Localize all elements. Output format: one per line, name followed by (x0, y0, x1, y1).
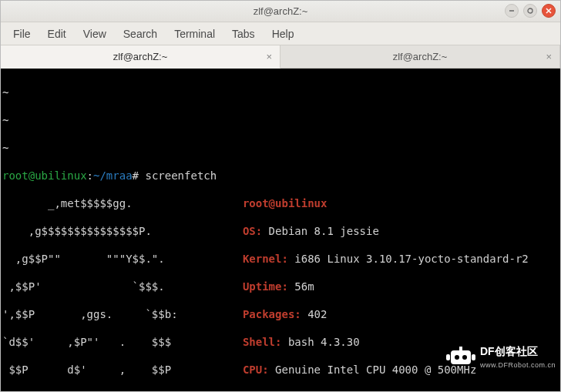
info-packages-value: 402 (307, 308, 327, 320)
svg-point-9 (462, 355, 467, 360)
info-uptime-value: 56m (294, 280, 314, 293)
svg-rect-7 (472, 354, 475, 360)
watermark-url: www.DFRobot.com.cn (480, 358, 556, 372)
maximize-button[interactable] (523, 4, 537, 18)
terminal-viewport[interactable]: ~ ~ ~ root@ubilinux:~/mraa# screenfetch … (1, 69, 560, 391)
svg-point-8 (455, 355, 459, 360)
terminal-window: zlf@archZ:~ File Edit View Search Termin… (0, 0, 561, 392)
menu-terminal[interactable]: Terminal (166, 25, 223, 43)
info-kernel-key: Kernel: (243, 253, 294, 265)
terminal-output: ~ (2, 86, 8, 99)
window-title: zlf@archZ:~ (254, 5, 308, 17)
close-icon (546, 8, 552, 14)
menu-search[interactable]: Search (116, 25, 165, 43)
watermark-text: DF创客社区 (480, 344, 556, 358)
menu-tabs[interactable]: Tabs (224, 25, 263, 43)
minimize-button[interactable] (505, 4, 519, 18)
window-controls (505, 4, 556, 18)
svg-point-1 (528, 8, 532, 13)
tab-1[interactable]: zlf@archZ:~ × (280, 45, 560, 68)
watermark-logo: DF创客社区 www.DFRobot.com.cn (446, 344, 556, 372)
tab-0[interactable]: zlf@archZ:~ × (1, 45, 280, 69)
info-cpu-key: CPU: (243, 364, 275, 376)
menu-view[interactable]: View (76, 25, 114, 43)
terminal-output: ~ (2, 142, 8, 154)
info-shell-value: bash 4.3.30 (288, 336, 360, 348)
menu-file[interactable]: File (5, 25, 39, 43)
menu-edit[interactable]: Edit (40, 25, 74, 43)
menu-help[interactable]: Help (264, 25, 302, 43)
terminal-output: ~ (2, 114, 8, 126)
prompt-path: ~/mraa (93, 169, 133, 182)
menubar: File Edit View Search Terminal Tabs Help (1, 22, 560, 45)
tabbar: zlf@archZ:~ × zlf@archZ:~ × (1, 45, 560, 69)
tab-label: zlf@archZ:~ (113, 51, 168, 62)
info-packages-key: Packages: (243, 308, 307, 320)
tab-label: zlf@archZ:~ (393, 51, 448, 62)
minimize-icon (509, 8, 515, 14)
info-user: root (243, 197, 269, 209)
svg-rect-5 (451, 350, 471, 364)
debian-logo-ascii: _,met$$$$$gg. (2, 197, 203, 209)
tab-close-button[interactable]: × (546, 51, 552, 62)
info-uptime-key: Uptime: (243, 280, 294, 293)
info-shell-key: Shell: (243, 336, 288, 348)
info-os-key: OS: (243, 225, 269, 237)
info-os-value: Debian 8.1 jessie (269, 225, 379, 237)
info-kernel-value: i686 Linux 3.10.17-yocto-standard-r2 (294, 253, 528, 265)
command-text: screenfetch (145, 169, 217, 182)
titlebar: zlf@archZ:~ (1, 1, 560, 22)
robot-icon (446, 347, 475, 370)
svg-rect-6 (446, 354, 450, 360)
prompt-user: root@ubilinux (2, 169, 87, 182)
tab-close-button[interactable]: × (266, 51, 272, 62)
maximize-icon (527, 8, 533, 14)
svg-rect-4 (459, 347, 462, 350)
close-button[interactable] (542, 4, 556, 18)
